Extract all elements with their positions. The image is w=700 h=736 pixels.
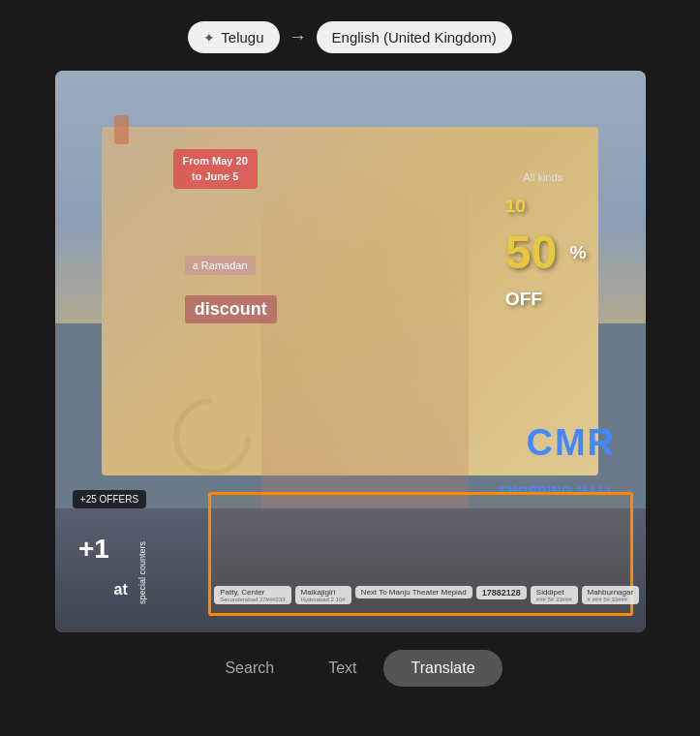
- tab-bar: Search Text Translate: [198, 650, 502, 687]
- target-language-pill[interactable]: English (United Kingdom): [317, 21, 512, 53]
- location-manju: Next To Manju Theater Mepiad: [355, 586, 472, 598]
- location-labels-container: Patty, CenterSecunderabad 27###233 Malka…: [214, 586, 633, 604]
- location-mahburnagar: Mahburnagar# ### 5# 33###: [582, 586, 640, 604]
- offers-badge: +25 OFFERS: [73, 490, 146, 508]
- date-tag: From May 20to June 5: [173, 149, 258, 189]
- source-language-label: Telugu: [221, 29, 263, 46]
- location-siddipet: Siddipet### 5# 33###: [531, 586, 578, 604]
- ramadan-label: a Ramadan: [185, 256, 256, 275]
- percent-big: 50: [505, 227, 557, 278]
- main-image: From May 20to June 5 a Ramadan discount …: [55, 71, 646, 632]
- percent-number: 10: [505, 196, 526, 216]
- plus1-label: +1: [78, 534, 109, 565]
- people-silhouette: [261, 155, 469, 548]
- tab-translate[interactable]: Translate: [383, 650, 502, 687]
- lantern-decoration: [114, 115, 129, 144]
- phone-number: 17882128: [476, 586, 527, 599]
- percent-label: 10 50 %OFF: [505, 183, 587, 322]
- sparkle-icon: ✦: [203, 30, 215, 46]
- tab-text[interactable]: Text: [301, 650, 383, 687]
- all-kinds-label: All kinds: [523, 171, 563, 183]
- location-malkajigiri: MalkajigiriHyderabad 2 10#: [295, 586, 351, 604]
- arrow-icon: →: [289, 27, 307, 47]
- source-language-pill[interactable]: ✦ Telugu: [188, 21, 279, 53]
- target-language-label: English (United Kingdom): [332, 29, 497, 46]
- translation-bar: ✦ Telugu → English (United Kingdom): [188, 21, 511, 53]
- special-counters-label: special counters: [137, 541, 148, 604]
- location-patty: Patty, CenterSecunderabad 27###233: [214, 586, 290, 604]
- cmr-brand: CMR: [526, 422, 616, 464]
- tab-search[interactable]: Search: [198, 650, 301, 687]
- at-label: at: [114, 581, 128, 598]
